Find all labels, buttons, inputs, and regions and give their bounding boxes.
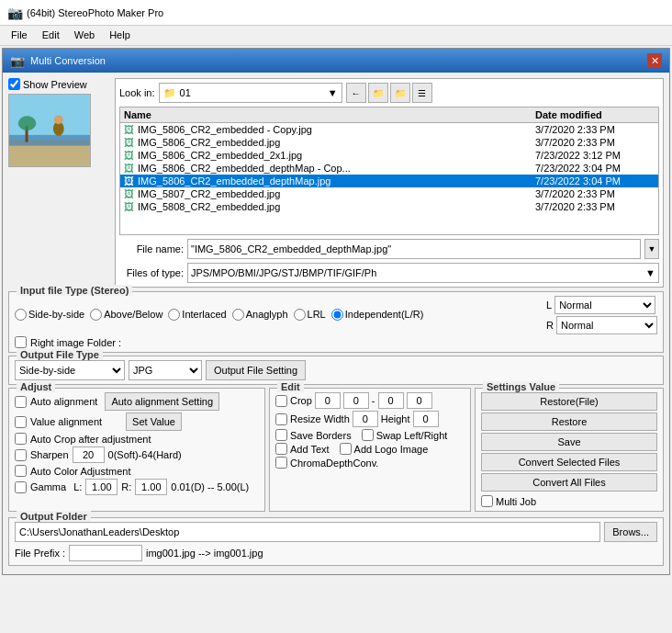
auto-alignment-setting-button[interactable]: Auto alignment Setting <box>105 392 219 411</box>
new-folder-button[interactable]: 📁 <box>390 83 410 103</box>
radio-independent[interactable]: Independent(L/R) <box>331 309 424 321</box>
app-title: (64bit) StereoPhoto Maker Pro <box>27 7 163 18</box>
crop-v2-input[interactable] <box>343 392 369 409</box>
gamma-r-input[interactable] <box>135 479 167 495</box>
file-name: IMG_5806_CR2_embedded.jpg <box>138 137 535 148</box>
output-file-setting-button[interactable]: Output File Setting <box>206 360 306 380</box>
svg-point-4 <box>54 115 63 124</box>
sharpen-value-input[interactable] <box>73 446 105 463</box>
files-of-type-row: Files of type: JPS/MPO/BMI/JPG/STJ/BMP/T… <box>119 263 659 283</box>
file-date: 3/7/2020 2:33 PM <box>535 124 655 135</box>
resize-checkbox[interactable] <box>275 413 287 425</box>
radio-above-below[interactable]: Above/Below <box>90 309 162 321</box>
files-of-type-dropdown[interactable]: JPS/MPO/BMI/JPG/STJ/BMP/TIF/GIF/Ph ▼ <box>187 263 659 283</box>
close-button[interactable]: ✕ <box>647 53 662 68</box>
list-item[interactable]: 🖼 IMG_5808_CR2_embedded.jpg 3/7/2020 2:3… <box>120 200 658 213</box>
prefix-input[interactable] <box>69 545 142 561</box>
radio-anaglyph[interactable]: Anaglyph <box>232 309 288 321</box>
radio-lrl[interactable]: LRL <box>294 309 326 321</box>
resize-width-input[interactable] <box>353 411 378 427</box>
radio-side-by-side[interactable]: Side-by-side <box>15 309 84 321</box>
files-of-type-value: JPS/MPO/BMI/JPG/STJ/BMP/TIF/GIF/Ph <box>191 267 376 278</box>
output-ext-dropdown[interactable]: JPG BMP TIF PNG <box>129 360 202 380</box>
chroma-depth-checkbox[interactable] <box>275 457 287 469</box>
file-name-input[interactable] <box>187 239 641 259</box>
file-icon: 🖼 <box>124 175 134 187</box>
output-format-dropdown[interactable]: Side-by-side Above/Below Anaglyph <box>15 360 125 380</box>
resize-height-input[interactable] <box>413 411 439 427</box>
r-dropdown[interactable]: Normal V-flip H-flip <box>556 316 657 334</box>
show-preview-label[interactable]: Show Preview <box>8 78 87 90</box>
file-name-dropdown-btn[interactable]: ▼ <box>644 239 659 259</box>
right-image-checkbox[interactable] <box>15 336 27 348</box>
file-name-row: File name: ▼ <box>119 239 659 259</box>
gamma-checkbox[interactable] <box>15 481 27 493</box>
adjust-section: Adjust Auto alignment Auto alignment Set… <box>8 388 265 512</box>
show-preview-checkbox[interactable] <box>8 78 20 90</box>
menu-file[interactable]: File <box>4 28 35 43</box>
lr-dropdowns: L Normal V-flip H-flip R Normal V-flip H… <box>546 296 657 334</box>
menu-web[interactable]: Web <box>67 28 102 43</box>
back-button[interactable]: ← <box>346 83 366 103</box>
save-borders-checkbox[interactable] <box>275 429 287 441</box>
set-value-button[interactable]: Set Value <box>126 413 182 431</box>
date-column-header[interactable]: Date modified <box>535 109 655 120</box>
value-alignment-checkbox[interactable] <box>15 416 27 428</box>
auto-alignment-label: Auto alignment <box>30 396 97 407</box>
file-icon: 🖼 <box>124 188 134 199</box>
menu-help[interactable]: Help <box>102 28 138 43</box>
auto-color-row: Auto Color Adjustment <box>15 465 259 477</box>
add-text-logo-row: Add Text Add Logo Image <box>275 443 465 455</box>
sharpen-row: Sharpen 0(Soft)-64(Hard) <box>15 446 259 463</box>
dropdown-arrow-icon: ▼ <box>328 87 338 98</box>
list-item[interactable]: 🖼 IMG_5806_CR2_embedded_depthMap - Cop..… <box>120 162 658 175</box>
list-item[interactable]: 🖼 IMG_5807_CR2_embedded.jpg 3/7/2020 2:3… <box>120 187 658 200</box>
sharpen-checkbox[interactable] <box>15 449 27 461</box>
prefix-desc: img001.jpg --> img001.jpg <box>146 548 263 559</box>
add-logo-checkbox[interactable] <box>340 443 352 455</box>
resize-label: Resize <box>290 413 321 424</box>
crop-v1-input[interactable] <box>315 392 341 409</box>
convert-selected-files-button[interactable]: Convert Selected Files <box>481 453 657 471</box>
file-name: IMG_5806_CR2_embedded - Copy.jpg <box>138 124 535 135</box>
dialog-content: Show Preview <box>3 73 669 574</box>
name-column-header[interactable]: Name <box>124 109 535 120</box>
save-button[interactable]: Save <box>481 433 657 451</box>
output-folder-input[interactable] <box>15 522 600 542</box>
auto-color-checkbox[interactable] <box>15 465 27 477</box>
adjust-label: Adjust <box>17 381 55 392</box>
dialog-icon: 📷 <box>10 54 25 68</box>
file-list: Name Date modified 🖼 IMG_5806_CR2_embedd… <box>119 107 659 235</box>
list-item[interactable]: 🖼 IMG_5806_CR2_embedded - Copy.jpg 3/7/2… <box>120 123 658 136</box>
crop-v3-input[interactable] <box>378 392 404 409</box>
right-image-label: Right image Folder : <box>30 337 121 348</box>
view-button[interactable]: ☰ <box>412 83 432 103</box>
up-folder-button[interactable]: 📁 <box>368 83 388 103</box>
multi-job-row: Multi Job <box>481 495 657 507</box>
browse-button[interactable]: Brows... <box>604 522 657 542</box>
auto-color-label: Auto Color Adjustment <box>30 466 130 477</box>
crop-checkbox[interactable] <box>275 395 287 407</box>
menu-edit[interactable]: Edit <box>35 28 67 43</box>
restore-button[interactable]: Restore <box>481 413 657 431</box>
title-bar: 📷 (64bit) StereoPhoto Maker Pro <box>0 0 672 26</box>
files-of-type-label: Files of type: <box>119 267 184 278</box>
file-name: IMG_5806_CR2_embedded_depthMap - Cop... <box>138 163 535 174</box>
restore-file-button[interactable]: Restore(File) <box>481 392 657 411</box>
auto-crop-checkbox[interactable] <box>15 433 27 445</box>
right-image-row: Right image Folder : <box>15 336 657 348</box>
auto-alignment-checkbox[interactable] <box>15 396 27 408</box>
l-dropdown[interactable]: Normal V-flip H-flip <box>554 296 655 314</box>
gamma-l-input[interactable] <box>85 479 118 495</box>
radio-interlaced[interactable]: Interlaced <box>168 309 226 321</box>
swap-left-right-checkbox[interactable] <box>362 429 374 441</box>
list-item[interactable]: 🖼 IMG_5806_CR2_embedded_2x1.jpg 7/23/202… <box>120 149 658 162</box>
l-label: L <box>546 300 552 311</box>
multi-job-checkbox[interactable] <box>481 495 493 507</box>
list-item[interactable]: 🖼 IMG_5806_CR2_embedded_depthMap.jpg 7/2… <box>120 175 658 187</box>
list-item[interactable]: 🖼 IMG_5806_CR2_embedded.jpg 3/7/2020 2:3… <box>120 136 658 149</box>
look-in-dropdown[interactable]: 📁 01 ▼ <box>159 83 342 103</box>
add-text-checkbox[interactable] <box>275 443 287 455</box>
crop-v4-input[interactable] <box>407 392 432 409</box>
convert-all-files-button[interactable]: Convert All Files <box>481 473 657 492</box>
